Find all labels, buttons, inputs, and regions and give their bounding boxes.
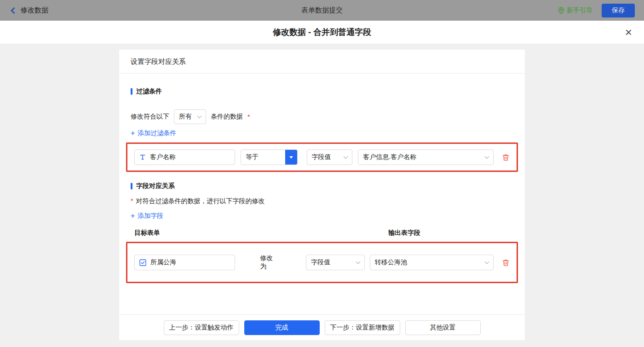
topbar-actions: 新手引导 保存 — [558, 4, 635, 17]
plus-icon: + — [131, 212, 135, 220]
guide-link[interactable]: 新手引导 — [558, 6, 592, 15]
add-field-label: 添加字段 — [138, 212, 163, 220]
required-mark: * — [247, 113, 250, 120]
prev-step-button[interactable]: 上一步：设置触发动作 — [164, 320, 239, 335]
section-marker-bar — [131, 183, 132, 189]
filter-section-label: 过滤条件 — [136, 87, 162, 96]
add-filter-condition-link[interactable]: + 添加过滤条件 — [131, 129, 513, 137]
done-button[interactable]: 完成 — [244, 320, 320, 335]
chevron-down-icon — [485, 154, 489, 159]
caret-down-icon — [289, 156, 293, 159]
mapping-annotation-box: 所属公海 修改为 字段值 转移公海池 — [126, 242, 518, 283]
chevron-down-icon — [356, 259, 360, 264]
required-mark: * — [131, 197, 133, 205]
filter-field-input[interactable]: 客户名称 — [134, 149, 235, 165]
next-step-button[interactable]: 下一步：设置新增数据 — [325, 320, 400, 335]
app-root: 修改数据 表单数据提交 新手引导 保存 修改数据 - 合并到普通字段 × 设置字… — [0, 0, 644, 347]
modal-title: 修改数据 - 合并到普通字段 — [273, 27, 371, 38]
operator-select[interactable]: 等于 — [241, 149, 298, 165]
operator-value: 等于 — [246, 153, 259, 161]
mapping-section-title: 字段对应关系 — [131, 182, 513, 190]
select-field-icon — [139, 259, 146, 266]
mapping-value-type-select[interactable]: 字段值 — [306, 255, 365, 270]
mapping-column-headers: 目标表单 输出表字段 — [131, 229, 513, 237]
value-type-value: 字段值 — [312, 153, 331, 161]
match-scope-value: 所有 — [179, 113, 192, 121]
filter-section-title: 过滤条件 — [131, 87, 513, 96]
compare-value-select[interactable]: 客户信息.客户名称 — [358, 149, 494, 165]
value-type-select[interactable]: 字段值 — [307, 149, 353, 165]
filter-field-label: 客户名称 — [150, 153, 176, 161]
topbar: 修改数据 表单数据提交 新手引导 保存 — [0, 0, 644, 21]
compare-value-text: 客户信息.客户名称 — [363, 153, 416, 161]
modal-header: 修改数据 - 合并到普通字段 × — [0, 21, 644, 44]
section-marker-bar — [131, 88, 132, 95]
close-icon[interactable]: × — [625, 26, 632, 38]
guide-label: 新手引导 — [567, 6, 592, 15]
delete-condition-icon[interactable] — [502, 154, 510, 161]
back-button[interactable]: 修改数据 — [9, 6, 48, 15]
match-suffix-text: 条件的数据 — [211, 113, 243, 121]
match-condition-row: 修改符合以下 所有 条件的数据 * — [131, 109, 513, 124]
chevron-down-icon — [485, 259, 489, 264]
mapping-value-text: 转移公海池 — [375, 258, 407, 267]
add-filter-condition-label: 添加过滤条件 — [138, 129, 176, 137]
chevron-left-icon — [9, 6, 17, 15]
chevron-down-icon — [344, 154, 348, 159]
mapping-value-type-value: 字段值 — [311, 258, 330, 267]
plus-icon: + — [131, 130, 135, 137]
delete-mapping-icon[interactable] — [502, 259, 510, 267]
back-label: 修改数据 — [21, 6, 48, 15]
filter-condition-item: 客户名称 等于 字段值 客户信息.客 — [134, 149, 510, 165]
card-header-title: 设置字段对应关系 — [119, 50, 525, 74]
modify-to-label: 修改为 — [260, 254, 279, 271]
add-field-link[interactable]: + 添加字段 — [131, 212, 513, 220]
mapping-description-text: 对符合过滤条件的数据，进行以下字段的修改 — [136, 197, 264, 205]
target-field-label: 所属公海 — [150, 258, 176, 267]
settings-card: 设置字段对应关系 过滤条件 修改符合以下 所有 条件的数据 * — [119, 50, 525, 340]
other-settings-button[interactable]: 其他设置 — [405, 320, 481, 335]
card-footer: 上一步：设置触发动作 完成 下一步：设置新增数据 其他设置 — [119, 314, 525, 340]
page-title: 表单数据提交 — [0, 6, 644, 15]
card-content: 过滤条件 修改符合以下 所有 条件的数据 * + 添加过滤条件 — [119, 74, 525, 314]
target-field-input[interactable]: 所属公海 — [134, 255, 235, 270]
mapping-item-row: 所属公海 修改为 字段值 转移公海池 — [134, 254, 510, 271]
save-button[interactable]: 保存 — [602, 4, 635, 17]
target-form-column-header: 目标表单 — [134, 229, 160, 237]
text-field-icon — [139, 154, 146, 160]
chevron-down-icon — [197, 114, 202, 118]
mapping-description-row: * 对符合过滤条件的数据，进行以下字段的修改 — [131, 197, 513, 205]
location-pin-icon — [558, 7, 564, 14]
operator-caret-button[interactable] — [285, 150, 297, 165]
match-prefix-text: 修改符合以下 — [131, 113, 169, 121]
filter-annotation-box: 客户名称 等于 字段值 客户信息.客 — [126, 142, 518, 172]
match-scope-select[interactable]: 所有 — [174, 109, 206, 124]
modal-body: 设置字段对应关系 过滤条件 修改符合以下 所有 条件的数据 * — [0, 44, 644, 347]
mapping-section-label: 字段对应关系 — [136, 182, 175, 190]
output-field-column-header: 输出表字段 — [388, 229, 420, 237]
mapping-value-select[interactable]: 转移公海池 — [370, 255, 494, 270]
